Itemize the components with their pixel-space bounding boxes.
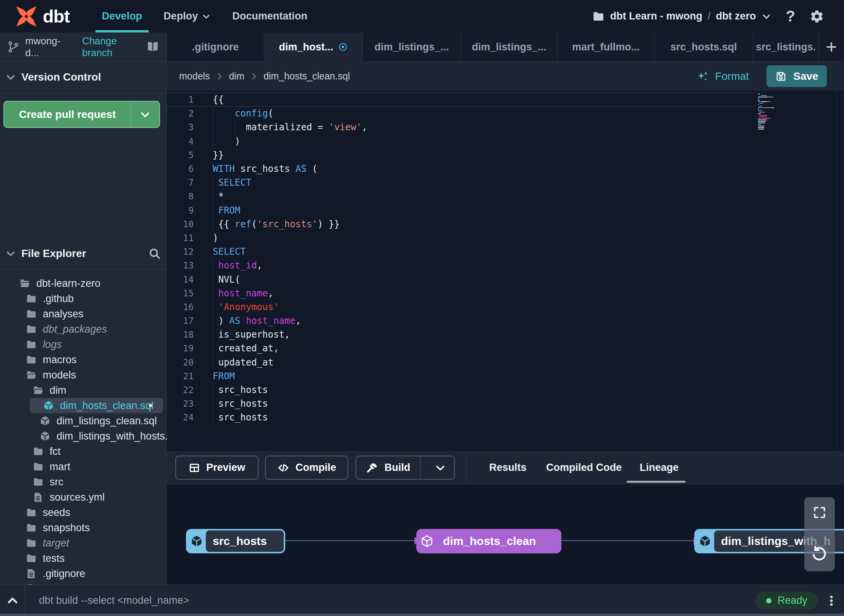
tree-item--gitignore[interactable]: .gitignore <box>0 566 167 581</box>
refresh-lineage-button[interactable] <box>804 538 835 569</box>
code-line-14[interactable]: 14 NVL( <box>167 272 755 286</box>
code-line-2[interactable]: 2 config( <box>167 107 755 120</box>
code-line-12[interactable]: 12SELECT <box>167 245 755 259</box>
tab-src-listings-[interactable]: src_listings. <box>753 32 819 62</box>
tree-item-models[interactable]: models <box>0 367 167 383</box>
code-editor[interactable]: 1{{2 config(3 materialized = 'view',4 )5… <box>167 91 844 451</box>
code-line-9[interactable]: 9 FROM <box>167 204 755 217</box>
chevron-down-icon <box>202 12 211 21</box>
tab-dim-listings-[interactable]: dim_listings_... <box>363 32 461 62</box>
tree-item-dbt-learn-zero[interactable]: dbt-learn-zero <box>0 276 167 291</box>
expand-terminal-button[interactable] <box>0 585 25 616</box>
tree-item-seeds[interactable]: seeds <box>0 505 167 520</box>
nav-item-deploy[interactable]: Deploy <box>157 0 217 32</box>
breadcrumb-item[interactable]: dim_hosts_clean.sql <box>264 71 350 82</box>
create-pr-dropdown[interactable] <box>131 102 159 127</box>
result-tab-lineage[interactable]: Lineage <box>640 451 679 484</box>
kebab-menu-icon[interactable] <box>825 594 838 607</box>
tab-mart-fullmo-[interactable]: mart_fullmo... <box>558 32 655 62</box>
code-line-10[interactable]: 10 {{ ref('src_hosts') }} <box>167 217 755 231</box>
tree-item-macros[interactable]: macros <box>0 352 167 367</box>
tab--gitignore[interactable]: .gitignore <box>167 32 264 62</box>
tree-item-label: target <box>43 537 69 549</box>
line-number: 11 <box>167 233 194 243</box>
tab-dim-host-[interactable]: dim_host... <box>264 32 363 62</box>
code-line-24[interactable]: 24 src_hosts <box>167 411 755 424</box>
code-line-4[interactable]: 4 ) <box>167 134 755 148</box>
code-line-5[interactable]: 5}} <box>167 148 755 162</box>
code-line-20[interactable]: 20 updated_at <box>167 356 755 369</box>
cube-icon <box>43 400 54 411</box>
tree-item-dim-listings-with-hosts-[interactable]: dim_listings_with_hosts... <box>0 428 167 444</box>
tab-src-hosts-sql[interactable]: src_hosts.sql <box>655 32 753 62</box>
nav-item-label: Deploy <box>163 10 198 22</box>
code-line-7[interactable]: 7 SELECT <box>167 176 755 189</box>
change-branch-link[interactable]: Change branch <box>82 35 146 59</box>
tree-item-src[interactable]: src <box>0 474 167 490</box>
code-line-11[interactable]: 11) <box>167 231 755 245</box>
tree-item-dbt-packages[interactable]: dbt_packages <box>0 322 167 337</box>
graph-controls <box>804 497 835 571</box>
build-button[interactable]: Build <box>356 456 455 480</box>
code-line-13[interactable]: 13 host_id, <box>167 259 755 272</box>
result-tab-compiled-code[interactable]: Compiled Code <box>546 451 622 484</box>
create-pull-request-button[interactable]: Create pull request <box>3 101 160 128</box>
search-icon[interactable] <box>148 247 161 260</box>
command-input[interactable]: dbt build --select <model_name> <box>39 595 189 606</box>
breadcrumb-item[interactable]: models <box>179 71 210 82</box>
code-line-19[interactable]: 19 created_at, <box>167 341 755 355</box>
help-icon[interactable]: ? <box>786 8 795 25</box>
breadcrumb-item[interactable]: dim <box>229 71 244 82</box>
fullscreen-button[interactable] <box>804 497 835 528</box>
file-explorer-header[interactable]: File Explorer <box>0 238 167 270</box>
create-pull-request-label[interactable]: Create pull request <box>4 102 131 127</box>
version-control-header[interactable]: Version Control <box>0 61 167 93</box>
project-breadcrumb[interactable]: dbt Learn - mwong / dbt zero <box>592 10 771 23</box>
breadcrumb-separator: / <box>708 10 711 22</box>
code-line-21[interactable]: 21FROM <box>167 369 755 383</box>
lineage-edge <box>286 540 414 541</box>
tree-item-dim-hosts-clean-sql[interactable]: dim_hosts_clean.sql• <box>30 398 163 413</box>
code-line-1[interactable]: 1{{ <box>167 93 755 107</box>
new-tab-button[interactable] <box>819 32 844 61</box>
save-label: Save <box>793 70 818 82</box>
dbt-logo[interactable]: dbt <box>15 5 70 28</box>
tree-item-fct[interactable]: fct <box>0 444 167 459</box>
code-line-8[interactable]: 8 * <box>167 189 755 203</box>
lineage-node-dim-hosts-clean[interactable]: dim_hosts_clean <box>416 529 561 553</box>
tree-item-analyses[interactable]: analyses <box>0 306 167 322</box>
code-line-6[interactable]: 6WITH src_hosts AS ( <box>167 162 755 176</box>
compile-button[interactable]: Compile <box>265 456 348 480</box>
build-main[interactable]: Build <box>356 456 420 479</box>
tab-dim-listings-[interactable]: dim_listings_... <box>461 32 558 62</box>
nav-item-develop[interactable]: Develop <box>95 0 149 32</box>
code-line-15[interactable]: 15 host_name, <box>167 286 755 300</box>
result-tab-results[interactable]: Results <box>489 451 527 484</box>
save-button[interactable]: Save <box>766 65 827 87</box>
code-line-18[interactable]: 18 is_superhost, <box>167 328 755 341</box>
folder-open-icon <box>26 369 37 381</box>
build-dropdown[interactable] <box>427 456 454 479</box>
project-name[interactable]: dbt zero <box>716 10 756 22</box>
tree-item-tests[interactable]: tests <box>0 551 167 566</box>
tree-item-mart[interactable]: mart <box>0 459 167 474</box>
code-line-23[interactable]: 23 src_hosts <box>167 397 755 411</box>
tree-item-sources-yml[interactable]: sources.yml <box>0 490 167 505</box>
tree-item-snapshots[interactable]: snapshots <box>0 520 167 535</box>
tree-item-dim-listings-clean-sql[interactable]: dim_listings_clean.sql <box>0 413 167 428</box>
nav-item-documentation[interactable]: Documentation <box>226 0 314 32</box>
gear-icon[interactable] <box>810 9 824 24</box>
book-icon[interactable] <box>146 40 160 54</box>
lineage-node-src-hosts[interactable]: src_hosts <box>186 529 285 553</box>
code-line-17[interactable]: 17 ) AS host_name, <box>167 314 755 328</box>
tree-item--github[interactable]: .github <box>0 291 167 306</box>
code-line-22[interactable]: 22 src_hosts <box>167 383 755 397</box>
preview-button[interactable]: Preview <box>175 456 259 480</box>
minimap[interactable] <box>758 94 780 130</box>
code-line-16[interactable]: 16 'Anonymous' <box>167 300 755 314</box>
tree-item-logs[interactable]: logs <box>0 337 167 352</box>
tree-item-dim[interactable]: dim <box>0 383 167 398</box>
code-line-3[interactable]: 3 materialized = 'view', <box>167 120 755 134</box>
format-button[interactable]: Format <box>697 70 749 83</box>
tree-item-target[interactable]: target <box>0 535 167 551</box>
